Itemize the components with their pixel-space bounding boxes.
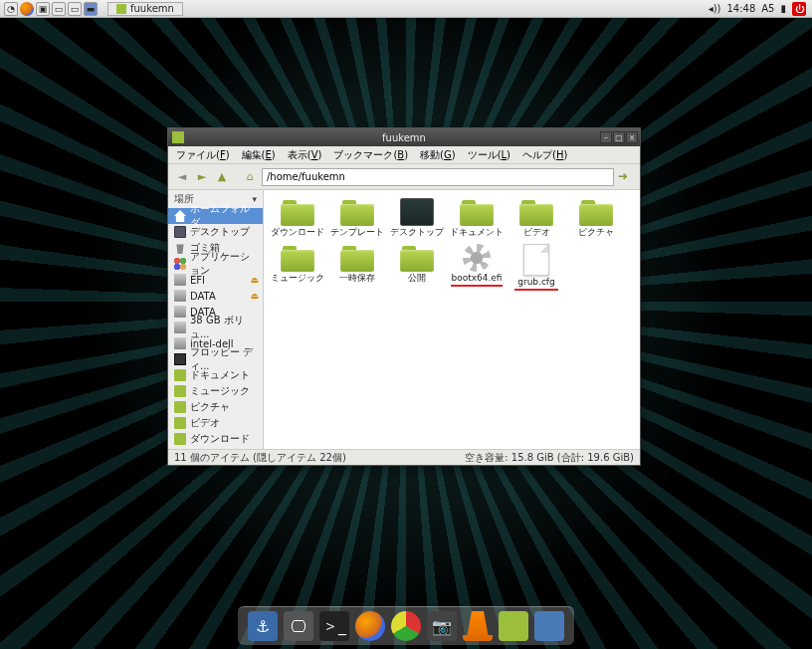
content-area[interactable]: ダウンロードテンプレートデスクトップドキュメントビデオピクチャミュージック一時保…	[264, 190, 640, 449]
menu-icon[interactable]: ◔	[4, 2, 18, 16]
task-label: fuukemn	[130, 3, 174, 14]
file-item-6[interactable]: ミュージック	[268, 244, 327, 291]
taskbar-fuukemn[interactable]: fuukemn	[107, 2, 183, 16]
path-input[interactable]	[262, 168, 614, 186]
home-sel-icon	[174, 210, 186, 222]
eject-icon[interactable]: ⏏	[250, 275, 259, 285]
dock-terminal-icon[interactable]: ＞_	[319, 611, 349, 641]
sidebar-label: DATA	[190, 291, 216, 302]
titlebar[interactable]: fuukemn – □ ×	[168, 128, 640, 146]
folder-icon	[174, 433, 186, 445]
app-icon-1[interactable]: ▣	[36, 2, 50, 16]
sidebar-item-1[interactable]: デスクトップ	[168, 224, 263, 240]
sidebar: 場所 ▾ ホームフォルダデスクトップゴミ箱アプリケーションEFI⏏DATA⏏DA…	[168, 190, 264, 449]
menu-v[interactable]: 表示(V)	[288, 148, 322, 162]
disk-icon	[174, 322, 186, 333]
dock-camera-icon[interactable]: 📷	[427, 611, 457, 641]
disk-icon	[174, 290, 186, 302]
sidebar-item-11[interactable]: ミュージック	[168, 383, 263, 399]
sidebar-item-10[interactable]: ドキュメント	[168, 367, 263, 383]
file-item-9[interactable]: bootx64.efi	[447, 244, 507, 291]
file-item-0[interactable]: ダウンロード	[268, 198, 327, 238]
ime-indicator[interactable]: A5	[761, 3, 774, 14]
sidebar-label: ピクチャ	[190, 400, 230, 414]
sidebar-item-5[interactable]: DATA⏏	[168, 288, 263, 304]
menu-b[interactable]: ブックマーク(B)	[333, 148, 408, 162]
dock-anchor-icon[interactable]: ⚓	[248, 611, 278, 641]
app-icon-3[interactable]: ▭	[68, 2, 82, 16]
menubar: ファイル(F)編集(E)表示(V)ブックマーク(B)移動(G)ツール(L)ヘルプ…	[168, 146, 640, 164]
back-button[interactable]: ◄	[174, 169, 190, 185]
folder-icon	[340, 198, 374, 226]
file-label: ドキュメント	[450, 228, 504, 238]
clock[interactable]: 14:48	[726, 3, 755, 14]
shutdown-icon[interactable]: ⏻	[792, 2, 806, 16]
menu-g[interactable]: 移動(G)	[420, 148, 456, 162]
folder-icon	[460, 198, 494, 226]
sidebar-item-0[interactable]: ホームフォルダ	[168, 208, 263, 224]
dock-monitor-icon[interactable]: 🖵	[284, 611, 313, 641]
folder-icon	[174, 417, 186, 429]
folder-icon	[340, 244, 374, 272]
disk-icon	[174, 274, 186, 286]
sidebar-item-7[interactable]: 38 GB ボリュ...	[168, 320, 263, 335]
file-label: テンプレート	[330, 228, 384, 238]
battery-icon[interactable]: ▮	[780, 3, 786, 14]
home-button[interactable]: ⌂	[242, 169, 258, 185]
toolbar: ◄ ► ▲ ⌂ ➜	[168, 164, 640, 190]
file-label: ピクチャ	[578, 228, 614, 238]
dock-note-icon[interactable]	[499, 611, 528, 641]
file-item-8[interactable]: 公開	[387, 244, 447, 291]
file-label: grub.cfg	[514, 278, 558, 291]
dock-chrome-icon[interactable]	[391, 611, 421, 641]
go-button[interactable]: ➜	[618, 169, 634, 185]
folder-icon	[519, 198, 553, 226]
app-icon-2[interactable]: ▭	[52, 2, 66, 16]
file-item-4[interactable]: ビデオ	[507, 198, 566, 238]
up-button[interactable]: ▲	[214, 169, 230, 185]
file-item-5[interactable]: ピクチャ	[566, 198, 626, 238]
dock: ⚓ 🖵 ＞_ 📷	[238, 606, 574, 645]
monitor-icon	[174, 226, 186, 238]
dock-vlc-icon[interactable]	[463, 611, 493, 641]
minimize-button[interactable]: –	[600, 131, 612, 143]
sidebar-item-3[interactable]: アプリケーション	[168, 256, 263, 272]
app-icon-4[interactable]: ▬	[84, 2, 98, 16]
firefox-panel-icon[interactable]	[20, 2, 34, 16]
menu-e[interactable]: 編集(E)	[242, 148, 276, 162]
forward-button[interactable]: ►	[194, 169, 210, 185]
file-label: ビデオ	[523, 228, 550, 238]
sidebar-item-13[interactable]: ビデオ	[168, 415, 263, 431]
file-label: ダウンロード	[271, 228, 324, 238]
maximize-button[interactable]: □	[613, 131, 625, 143]
disk-icon	[174, 337, 186, 349]
sidebar-item-9[interactable]: フロッピー ディ...	[168, 351, 263, 367]
file-item-7[interactable]: 一時保存	[327, 244, 387, 291]
file-item-2[interactable]: デスクトップ	[387, 198, 447, 238]
file-item-1[interactable]: テンプレート	[327, 198, 387, 238]
dock-draw-icon[interactable]	[534, 611, 564, 641]
folder-icon	[174, 401, 186, 413]
menu-h[interactable]: ヘルプ(H)	[522, 148, 567, 162]
sidebar-label: ミュージック	[190, 384, 250, 398]
sidebar-item-12[interactable]: ピクチャ	[168, 399, 263, 415]
sidebar-item-14[interactable]: ダウンロード	[168, 431, 263, 447]
menu-l[interactable]: ツール(L)	[468, 148, 510, 162]
close-button[interactable]: ×	[626, 131, 638, 143]
folder-icon	[579, 198, 613, 226]
eject-icon[interactable]: ⏏	[250, 291, 259, 301]
sidebar-label: EFI	[190, 275, 205, 286]
menu-f[interactable]: ファイル(F)	[176, 148, 230, 162]
status-free: 空き容量: 15.8 GiB (合計: 19.6 GiB)	[465, 451, 634, 465]
file-label: 一時保存	[339, 274, 375, 284]
folder-icon	[400, 244, 434, 272]
trash-icon	[174, 242, 186, 254]
sidebar-item-4[interactable]: EFI⏏	[168, 272, 263, 288]
file-item-10[interactable]: grub.cfg	[507, 244, 566, 291]
appgrid-icon	[174, 258, 186, 270]
dock-firefox-icon[interactable]	[355, 611, 385, 641]
volume-icon[interactable]: ◂))	[709, 3, 721, 14]
sidebar-label: ビデオ	[190, 416, 220, 430]
desktop-icon	[400, 198, 434, 226]
file-item-3[interactable]: ドキュメント	[447, 198, 507, 238]
